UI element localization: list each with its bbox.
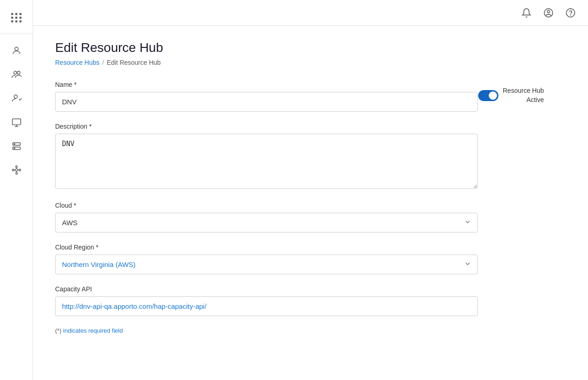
notification-icon[interactable] xyxy=(518,5,535,21)
required-note-colored: indicates required field xyxy=(63,327,123,334)
svg-point-19 xyxy=(547,10,550,13)
toggle-area: Resource Hub Active xyxy=(478,86,544,104)
name-field-group: Name * xyxy=(55,81,478,112)
resource-hub-active-toggle[interactable] xyxy=(478,90,498,101)
cloud-region-select[interactable]: Northern Virginia (AWS) US East (Ohio) U… xyxy=(55,255,478,274)
svg-point-8 xyxy=(14,148,15,149)
cloud-select-wrapper: AWS Azure GCP xyxy=(55,213,478,233)
breadcrumb-current: Edit Resource Hub xyxy=(107,59,161,66)
svg-point-13 xyxy=(12,169,14,171)
svg-rect-4 xyxy=(12,119,20,125)
capacity-api-field-group: Capacity API xyxy=(55,285,478,316)
required-note: (*) indicates required field xyxy=(55,327,566,334)
sidebar-item-server[interactable] xyxy=(6,135,28,157)
toggle-label: Resource Hub Active xyxy=(503,86,544,104)
capacity-api-label: Capacity API xyxy=(55,285,478,293)
svg-point-21 xyxy=(571,15,571,15)
sidebar-top xyxy=(0,6,33,34)
page-title: Edit Resource Hub xyxy=(55,40,566,55)
description-field-group: Description * DNV xyxy=(55,123,478,191)
capacity-api-input[interactable] xyxy=(55,296,478,316)
sidebar-item-user[interactable] xyxy=(6,40,28,62)
sidebar-item-resource-hub[interactable] xyxy=(6,159,28,181)
account-icon[interactable] xyxy=(540,5,557,21)
required-note-prefix: (*) xyxy=(55,327,63,334)
sidebar-item-monitor[interactable] xyxy=(6,111,28,133)
svg-point-11 xyxy=(19,169,21,171)
help-icon[interactable] xyxy=(562,5,579,21)
cloud-select[interactable]: AWS Azure GCP xyxy=(55,213,478,233)
cloud-field-group: Cloud * AWS Azure GCP xyxy=(55,202,478,233)
svg-point-20 xyxy=(566,8,575,17)
description-label: Description * xyxy=(55,123,478,130)
content-wrapper: Edit Resource Hub Resource Hubs / Edit R… xyxy=(55,40,566,334)
cloud-region-select-wrapper: Northern Virginia (AWS) US East (Ohio) U… xyxy=(55,255,478,274)
sidebar-item-group[interactable] xyxy=(6,63,28,85)
cloud-label: Cloud * xyxy=(55,202,478,209)
cloud-region-label: Cloud Region * xyxy=(55,244,478,251)
breadcrumb-separator: / xyxy=(102,59,104,66)
sidebar xyxy=(0,0,33,380)
svg-point-1 xyxy=(14,71,17,74)
svg-point-10 xyxy=(16,166,17,168)
description-input[interactable]: DNV xyxy=(55,134,478,189)
svg-point-2 xyxy=(17,71,20,74)
main-content: Edit Resource Hub Resource Hubs / Edit R… xyxy=(33,26,588,380)
sidebar-item-user-management[interactable] xyxy=(6,87,28,109)
name-label: Name * xyxy=(55,81,478,88)
breadcrumb: Resource Hubs / Edit Resource Hub xyxy=(55,59,566,66)
topbar xyxy=(33,0,588,26)
name-input[interactable] xyxy=(55,92,478,112)
cloud-region-field-group: Cloud Region * Northern Virginia (AWS) U… xyxy=(55,244,478,274)
breadcrumb-parent-link[interactable]: Resource Hubs xyxy=(55,59,100,66)
svg-point-12 xyxy=(16,173,17,175)
svg-point-0 xyxy=(15,47,18,51)
apps-icon[interactable] xyxy=(7,9,26,26)
svg-point-3 xyxy=(14,95,17,98)
svg-point-7 xyxy=(14,144,15,145)
